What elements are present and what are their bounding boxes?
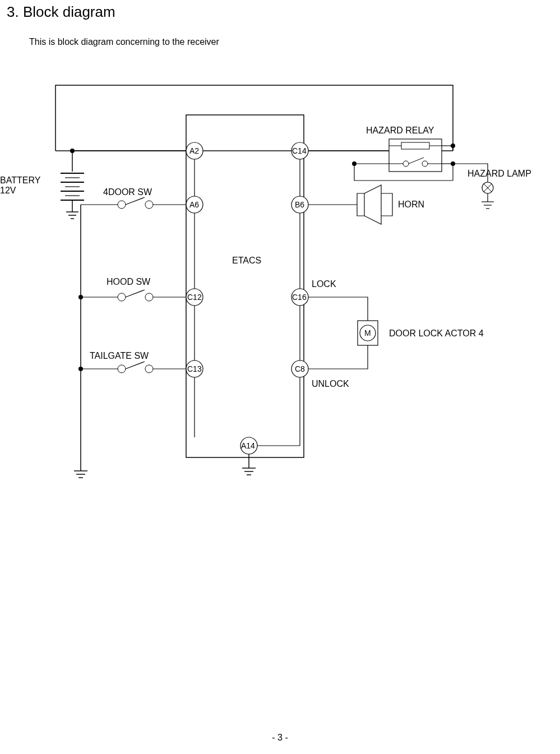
- pin-a6-label: A6: [189, 200, 199, 209]
- svg-point-42: [118, 293, 126, 301]
- etacs-label: ETACS: [232, 256, 261, 265]
- motor-m-label: M: [364, 329, 371, 337]
- pin-c8-label: C8: [295, 364, 305, 373]
- tailgate-sw: [78, 362, 186, 373]
- hazard-lamp: [482, 182, 493, 193]
- hazard-relay: [389, 139, 442, 172]
- hood-sw: [78, 290, 186, 301]
- battery-label-top: BATTERY: [0, 175, 41, 185]
- pin-c13-label: C13: [187, 364, 202, 373]
- svg-marker-80: [364, 185, 381, 224]
- svg-point-57: [403, 161, 409, 166]
- svg-point-44: [145, 293, 153, 301]
- four-door-sw-label: 4DOOR SW: [103, 187, 152, 197]
- unlock-label: UNLOCK: [312, 379, 349, 388]
- pin-c12-label: C12: [187, 293, 202, 302]
- svg-rect-54: [401, 142, 429, 149]
- hazard-lamp-label: HAZARD LAMP: [468, 169, 531, 178]
- four-door-sw: [81, 197, 186, 209]
- hood-sw-label: HOOD SW: [107, 277, 151, 286]
- svg-line-37: [126, 197, 145, 205]
- battery-label-bottom: 12V: [0, 186, 16, 195]
- tailgate-sw-label: TAILGATE SW: [90, 351, 149, 360]
- horn-symbol: [357, 185, 392, 224]
- pin-a14-label: A14: [241, 441, 255, 450]
- pin-a2-label: A2: [189, 146, 199, 155]
- door-lock-actor-label: DOOR LOCK ACTOR 4: [389, 329, 484, 338]
- pin-c14-label: C14: [292, 146, 307, 155]
- lock-label: LOCK: [312, 279, 336, 289]
- pin-b6-label: B6: [295, 200, 304, 209]
- hazard-relay-label: HAZARD RELAY: [366, 126, 434, 135]
- horn-label: HORN: [398, 200, 424, 209]
- svg-line-43: [126, 290, 145, 297]
- svg-point-58: [422, 161, 428, 166]
- svg-point-50: [145, 365, 153, 373]
- block-diagram: ETACS BATTERY 12V A2 A6 C12: [0, 0, 560, 754]
- pin-c16-label: C16: [292, 293, 307, 302]
- etacs-block: [186, 115, 304, 457]
- svg-line-49: [126, 362, 145, 369]
- svg-point-38: [145, 201, 153, 209]
- door-lock-motor: M: [358, 321, 378, 345]
- svg-point-36: [118, 201, 126, 209]
- svg-point-48: [118, 365, 126, 373]
